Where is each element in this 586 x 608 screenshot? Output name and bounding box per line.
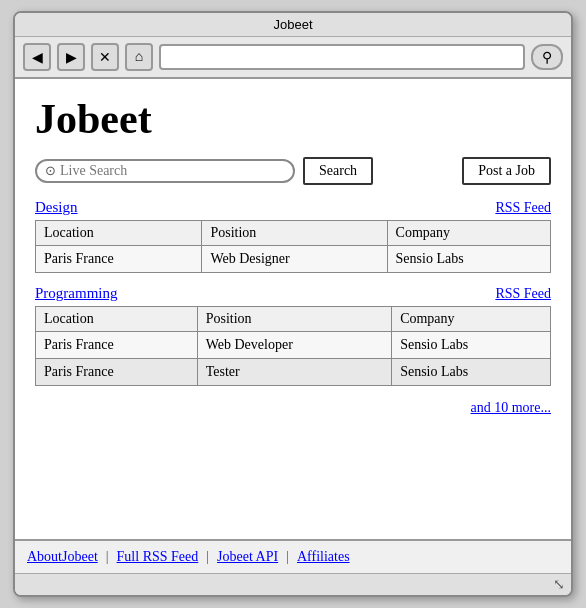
forward-icon: ▶ [66,49,77,66]
address-bar[interactable] [159,44,525,70]
search-wrapper: ⊙ [35,159,295,183]
and-more-container: and 10 more... [35,398,551,416]
footer-link-api[interactable]: Jobeet API [217,549,278,565]
position-header: Position [202,221,387,246]
forward-button[interactable]: ▶ [57,43,85,71]
resize-corner-icon: ⤡ [553,576,565,593]
post-job-button[interactable]: Post a Job [462,157,551,185]
location-header: Location [36,307,198,332]
location-header: Location [36,221,202,246]
back-button[interactable]: ◀ [23,43,51,71]
search-button[interactable]: Search [303,157,373,185]
job-position[interactable]: Web Designer [202,246,387,273]
design-jobs-table: Location Position Company Paris France W… [35,220,551,273]
browser-statusbar: ⤡ [15,573,571,595]
table-row: Paris France Web Developer Sensio Labs [36,332,551,359]
browser-titlebar: Jobeet [15,13,571,37]
job-position[interactable]: Tester [197,359,391,386]
browser-toolbar: ◀ ▶ ✕ ⌂ ⚲ [15,37,571,79]
home-button[interactable]: ⌂ [125,43,153,71]
site-title: Jobeet [35,95,551,143]
position-header: Position [197,307,391,332]
search-row: ⊙ Search Post a Job [35,157,551,185]
close-icon: ✕ [99,49,111,66]
table-row: Paris France Tester Sensio Labs [36,359,551,386]
and-more-link[interactable]: and 10 more... [471,400,551,415]
search-input[interactable] [60,163,285,179]
back-icon: ◀ [32,49,43,66]
browser-search-icon: ⚲ [542,49,552,66]
footer-separator-2: | [206,549,209,565]
table-header-row: Location Position Company [36,221,551,246]
close-button[interactable]: ✕ [91,43,119,71]
footer-link-fullrss[interactable]: Full RSS Feed [117,549,199,565]
job-location: Paris France [36,332,198,359]
company-header: Company [387,221,550,246]
table-row: Paris France Web Designer Sensio Labs [36,246,551,273]
browser-search-button[interactable]: ⚲ [531,44,563,70]
design-category-section: Design RSS Feed Location Position Compan… [35,199,551,273]
programming-category-header: Programming RSS Feed [35,285,551,302]
programming-rss-link[interactable]: RSS Feed [495,286,551,302]
job-location: Paris France [36,246,202,273]
footer-link-aboutjobeet[interactable]: AboutJobeet [27,549,98,565]
design-rss-link[interactable]: RSS Feed [495,200,551,216]
browser-window: Jobeet ◀ ▶ ✕ ⌂ ⚲ Jobeet ⊙ Search Pos [13,11,573,597]
job-company: Sensio Labs [392,359,551,386]
company-header: Company [392,307,551,332]
page-content: Jobeet ⊙ Search Post a Job Design RSS Fe… [15,79,571,539]
design-category-header: Design RSS Feed [35,199,551,216]
design-category-link[interactable]: Design [35,199,78,216]
job-company: Sensio Labs [392,332,551,359]
programming-category-link[interactable]: Programming [35,285,118,302]
table-header-row: Location Position Company [36,307,551,332]
home-icon: ⌂ [135,49,143,65]
search-icon: ⊙ [45,163,56,179]
job-location: Paris France [36,359,198,386]
programming-category-section: Programming RSS Feed Location Position C… [35,285,551,386]
footer-link-affiliates[interactable]: Affiliates [297,549,350,565]
footer: AboutJobeet | Full RSS Feed | Jobeet API… [15,539,571,573]
footer-separator-1: | [106,549,109,565]
footer-separator-3: | [286,549,289,565]
job-company: Sensio Labs [387,246,550,273]
programming-jobs-table: Location Position Company Paris France W… [35,306,551,386]
job-position[interactable]: Web Developer [197,332,391,359]
browser-title: Jobeet [273,17,312,32]
